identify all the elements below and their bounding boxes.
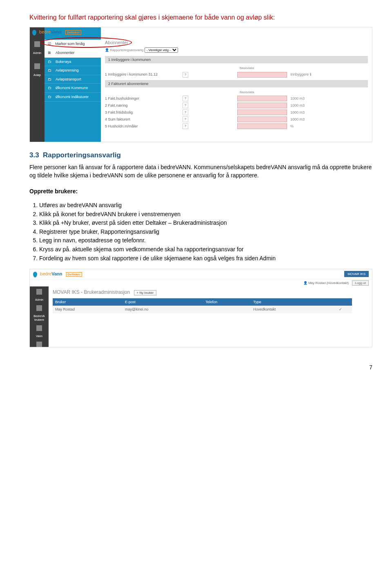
basisdata-label-2: Basisdata [105,90,368,94]
input-box[interactable] [237,72,287,78]
row-label: 4 Sum fakturert [105,117,183,122]
sb-vann[interactable]: Vann [36,334,42,338]
admin-icon-2[interactable] [36,289,42,295]
step-5: Legg inn navn, epostadresse og telefonnr… [39,237,372,245]
folder-icon [48,85,53,91]
main-panel: Abonnenter 👤 Rapporteringsansvarlig - Ve… [101,27,372,142]
row-label: 2 Fakt.næring [105,103,183,108]
folder-icon [48,77,53,82]
input-box[interactable] [237,116,287,122]
help-icon[interactable]: ? [183,72,188,78]
checkbox-icon[interactable] [48,41,53,47]
th-bruker: Bruker [53,298,122,306]
sidebar-item-abonnenter[interactable]: Abonnenter [45,49,101,58]
step-4: Registrerer type bruker, Rapporteringsan… [39,228,372,236]
data-row: 3 Fakt.fritidsbolig?1000 m3 [105,110,368,115]
basisdata-label: Basisdata [105,66,368,70]
step-6: Kryss av på. aktuelle skjema som vedkomm… [39,246,372,254]
brand-logo: bedreVann Deltaker [32,29,81,35]
new-user-button[interactable]: + Ny bruker [134,290,157,295]
unit-label: 1000 m3 [290,117,305,122]
data-row: 5 Husholdn.m/måler?% [105,123,368,129]
row-label: 1 Fakt.husholdninger [105,96,183,101]
section-number: 3.3 [29,151,39,159]
content-2: MOVAR IKS - Brukeradministrasjon + Ny br… [49,286,372,347]
user-row: 👤 May Rostad (Hovedkontakt) Logg ut [30,279,372,286]
td-epost: may@kinei.no [122,306,203,313]
screenshot-2: bedreVann Deltaker MOVAR IKS 👤 May Rosta… [29,269,372,347]
brand-pre-2: bedre [40,271,51,276]
screenshot-1: bedreVann Deltaker Admin Avløp Marker so… [29,27,372,142]
steps-list: Utføres av bedreVANN ansvarligKlikk på i… [39,201,372,262]
logout-button[interactable]: Logg ut [352,280,369,286]
row-label: 1 Innbyggere i kommunen 31.12 [105,72,183,77]
sidebar-label: Bokerøya [56,59,71,65]
unit-label: 1000 m3 [290,96,305,101]
sidebar-label: Avløpstransport [56,77,81,82]
marker-label: Marker som ferdig [55,41,85,47]
data-row: 2 Fakt.næring?1000 m3 [105,103,368,108]
brand-badge-2: Deltaker [66,272,82,277]
td-telefon [203,306,251,313]
data-row: 1 Innbyggere i kommunen 31.12 ? Innbygge… [105,72,368,78]
help-icon[interactable]: ? [183,123,188,129]
droplet-icon [32,30,36,36]
sidebar-item-okonomi-indikatorer[interactable]: Økonomi Indikatorer [45,93,101,102]
brand-main-2: Vann [51,271,62,276]
brand-logo-2: bedreVann Deltaker [33,271,82,277]
sidebar-dark-avlop[interactable]: Avløp [33,73,41,77]
users-icon[interactable] [36,305,42,311]
step-3: Klikk på +Ny bruker, øverst på siden ett… [39,219,372,227]
crumb-label: Rapporteringsansvarlig [110,48,143,52]
td-bruker: May Rostad [53,306,122,313]
step-1: Utføres av bedreVANN ansvarlig [39,201,372,210]
sidebar-label: Abonnenter [56,50,75,56]
sb-admin[interactable]: Admin [35,298,43,302]
brand-main: Vann [51,29,61,34]
folder-icon [48,59,53,65]
data-row: 4 Sum fakturert?1000 m3 [105,116,368,122]
doc-icon [48,50,53,56]
input-box[interactable] [237,123,287,129]
admin-icon[interactable] [34,41,40,47]
section-title: Rapporteringsansvarlig [43,151,121,159]
input-box[interactable] [237,110,287,115]
page-title-2: MOVAR IKS - Brukeradministrasjon + Ny br… [53,289,368,296]
data-row: 1 Fakt.husholdninger?1000 m3 [105,96,368,101]
user-name: May Rostad (Hovedkontakt) [308,281,349,285]
sidebar-label: Økonomi Kommune [56,85,88,91]
unit-label: 1000 m3 [290,103,305,108]
help-icon[interactable]: ? [183,110,188,115]
page-number: 7 [29,364,372,372]
sidebar-dark-admin[interactable]: Admin [33,51,41,55]
folder-icon [48,94,53,100]
sidebar-item-bokeroya[interactable]: Bokerøya [45,58,101,67]
help-icon[interactable]: ? [183,96,188,101]
td-type: Hovedkontakt [251,306,329,313]
avlop-icon[interactable] [34,63,40,69]
sidebar-label: Avløpsrensing [56,68,79,73]
sidebar-item-avlopsrensing[interactable]: Avløpsrensing [45,66,101,75]
sb-brukere[interactable]: BedreVA brukere [30,314,49,322]
input-box[interactable] [237,96,287,101]
help-icon[interactable]: ? [183,103,188,108]
marker-som-ferdig-row[interactable]: Marker som ferdig [45,40,101,49]
table-row[interactable]: May Rostad may@kinei.no Hovedkontakt ✓ [53,306,352,313]
sidebar-item-avlopstransport[interactable]: Avløpstransport [45,75,101,84]
step-2: Klikk på ikonet for bedreVANN brukere i … [39,210,372,219]
unit-label: % [290,124,294,129]
folder-icon [48,68,53,73]
sidebar-item-okonomi-kommune[interactable]: Økonomi Kommune [45,84,101,93]
avlop-icon-2[interactable] [36,342,42,347]
section-header-1: 1 Innbyggere i kommunen [105,56,368,64]
crumb-select[interactable]: - Vennligst velg - [145,47,178,53]
sidebar-dark: Admin Avløp [30,27,45,142]
droplet-icon [33,272,37,277]
help-icon[interactable]: ? [183,116,188,122]
row-label: 5 Husholdn.m/måler [105,124,183,129]
th-telefon: Telefon [203,298,251,306]
vann-icon[interactable] [36,325,42,331]
input-box[interactable] [237,103,287,108]
user-table: Bruker E-post Telefon Type May Rostad ma… [53,298,352,313]
td-check[interactable]: ✓ [329,306,352,313]
